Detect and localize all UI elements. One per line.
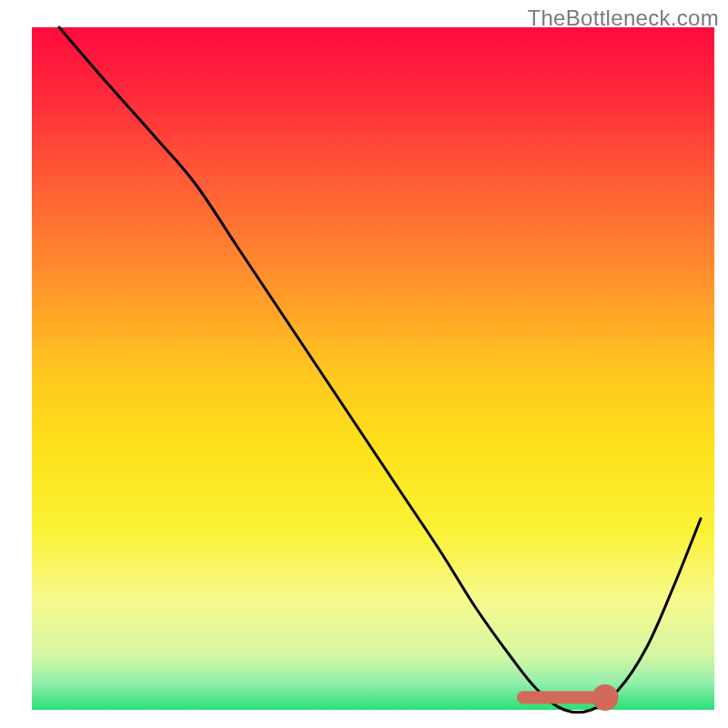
optimal-point-dot [592, 684, 618, 711]
bottleneck-chart [0, 0, 728, 728]
gradient-background [32, 27, 714, 710]
